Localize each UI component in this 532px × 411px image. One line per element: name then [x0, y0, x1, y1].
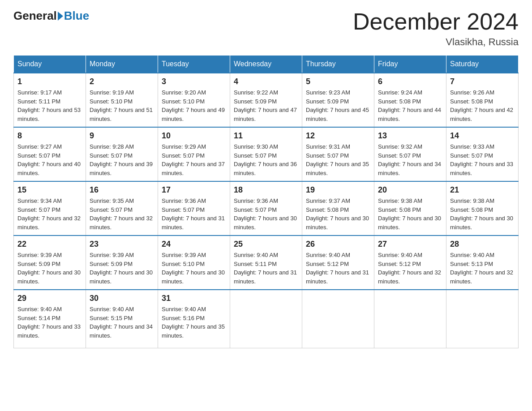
- day-number: 21: [450, 185, 515, 195]
- day-info: Sunrise: 9:40 AM Sunset: 5:14 PM Dayligh…: [17, 305, 82, 340]
- day-info: Sunrise: 9:20 AM Sunset: 5:10 PM Dayligh…: [162, 88, 226, 123]
- page-header: General Blue December 2024 Vlasikha, Rus…: [13, 9, 519, 48]
- day-info: Sunrise: 9:40 AM Sunset: 5:15 PM Dayligh…: [90, 305, 154, 340]
- calendar-cell: 11 Sunrise: 9:30 AM Sunset: 5:07 PM Dayl…: [230, 127, 302, 181]
- calendar-cell: 4 Sunrise: 9:22 AM Sunset: 5:09 PM Dayli…: [230, 73, 302, 127]
- day-number: 30: [90, 294, 154, 303]
- calendar-cell: 16 Sunrise: 9:35 AM Sunset: 5:07 PM Dayl…: [86, 181, 158, 235]
- calendar-cell: 19 Sunrise: 9:37 AM Sunset: 5:08 PM Dayl…: [302, 181, 374, 235]
- logo-text: General Blue: [13, 9, 89, 23]
- logo-arrow-icon: [58, 12, 63, 21]
- calendar-cell: 26 Sunrise: 9:40 AM Sunset: 5:12 PM Dayl…: [302, 235, 374, 290]
- calendar-cell: 6 Sunrise: 9:24 AM Sunset: 5:08 PM Dayli…: [374, 73, 446, 127]
- day-info: Sunrise: 9:28 AM Sunset: 5:07 PM Dayligh…: [90, 142, 154, 177]
- day-info: Sunrise: 9:40 AM Sunset: 5:12 PM Dayligh…: [378, 251, 442, 286]
- calendar-row-2: 8 Sunrise: 9:27 AM Sunset: 5:07 PM Dayli…: [14, 127, 519, 181]
- day-number: 1: [17, 77, 82, 86]
- calendar-cell: [446, 290, 519, 348]
- day-number: 28: [450, 240, 515, 249]
- location-label: Vlasikha, Russia: [353, 36, 519, 48]
- day-info: Sunrise: 9:38 AM Sunset: 5:08 PM Dayligh…: [450, 197, 515, 231]
- calendar-cell: 15 Sunrise: 9:34 AM Sunset: 5:07 PM Dayl…: [14, 181, 86, 235]
- day-info: Sunrise: 9:36 AM Sunset: 5:07 PM Dayligh…: [162, 197, 226, 231]
- calendar-body: 1 Sunrise: 9:17 AM Sunset: 5:11 PM Dayli…: [14, 73, 519, 348]
- day-number: 31: [162, 294, 226, 303]
- calendar-cell: [302, 290, 374, 348]
- day-info: Sunrise: 9:33 AM Sunset: 5:07 PM Dayligh…: [450, 142, 515, 177]
- col-tuesday: Tuesday: [158, 56, 230, 73]
- day-number: 3: [162, 77, 226, 86]
- day-info: Sunrise: 9:39 AM Sunset: 5:10 PM Dayligh…: [162, 251, 226, 286]
- calendar-cell: 8 Sunrise: 9:27 AM Sunset: 5:07 PM Dayli…: [14, 127, 86, 181]
- day-info: Sunrise: 9:40 AM Sunset: 5:13 PM Dayligh…: [450, 251, 515, 286]
- day-number: 2: [90, 77, 154, 86]
- day-info: Sunrise: 9:19 AM Sunset: 5:10 PM Dayligh…: [90, 88, 154, 123]
- day-info: Sunrise: 9:32 AM Sunset: 5:07 PM Dayligh…: [378, 142, 442, 177]
- day-info: Sunrise: 9:17 AM Sunset: 5:11 PM Dayligh…: [17, 88, 82, 123]
- day-number: 8: [17, 131, 82, 141]
- col-monday: Monday: [86, 56, 158, 73]
- day-info: Sunrise: 9:37 AM Sunset: 5:08 PM Dayligh…: [306, 197, 370, 231]
- day-number: 11: [234, 131, 298, 141]
- logo-blue-text: Blue: [64, 9, 89, 23]
- calendar-cell: 23 Sunrise: 9:39 AM Sunset: 5:09 PM Dayl…: [86, 235, 158, 290]
- day-number: 18: [234, 185, 298, 195]
- day-number: 13: [378, 131, 442, 141]
- calendar-cell: 22 Sunrise: 9:39 AM Sunset: 5:09 PM Dayl…: [14, 235, 86, 290]
- calendar-cell: 2 Sunrise: 9:19 AM Sunset: 5:10 PM Dayli…: [86, 73, 158, 127]
- day-number: 7: [450, 77, 515, 86]
- header-row: Sunday Monday Tuesday Wednesday Thursday…: [14, 56, 519, 73]
- col-wednesday: Wednesday: [230, 56, 302, 73]
- day-info: Sunrise: 9:40 AM Sunset: 5:11 PM Dayligh…: [234, 251, 298, 286]
- calendar-cell: 12 Sunrise: 9:31 AM Sunset: 5:07 PM Dayl…: [302, 127, 374, 181]
- day-info: Sunrise: 9:31 AM Sunset: 5:07 PM Dayligh…: [306, 142, 370, 177]
- calendar-row-4: 22 Sunrise: 9:39 AM Sunset: 5:09 PM Dayl…: [14, 235, 519, 290]
- logo: General Blue: [13, 9, 89, 23]
- day-info: Sunrise: 9:39 AM Sunset: 5:09 PM Dayligh…: [90, 251, 154, 286]
- calendar-cell: [374, 290, 446, 348]
- calendar-cell: 17 Sunrise: 9:36 AM Sunset: 5:07 PM Dayl…: [158, 181, 230, 235]
- calendar-row-3: 15 Sunrise: 9:34 AM Sunset: 5:07 PM Dayl…: [14, 181, 519, 235]
- day-number: 27: [378, 240, 442, 249]
- day-number: 4: [234, 77, 298, 86]
- calendar-cell: 24 Sunrise: 9:39 AM Sunset: 5:10 PM Dayl…: [158, 235, 230, 290]
- day-info: Sunrise: 9:40 AM Sunset: 5:16 PM Dayligh…: [162, 305, 226, 340]
- day-info: Sunrise: 9:35 AM Sunset: 5:07 PM Dayligh…: [90, 197, 154, 231]
- title-section: December 2024 Vlasikha, Russia: [353, 9, 519, 48]
- day-info: Sunrise: 9:38 AM Sunset: 5:08 PM Dayligh…: [378, 197, 442, 231]
- day-number: 16: [90, 185, 154, 195]
- col-thursday: Thursday: [302, 56, 374, 73]
- day-number: 10: [162, 131, 226, 141]
- day-number: 17: [162, 185, 226, 195]
- day-number: 12: [306, 131, 370, 141]
- calendar-cell: 25 Sunrise: 9:40 AM Sunset: 5:11 PM Dayl…: [230, 235, 302, 290]
- day-info: Sunrise: 9:26 AM Sunset: 5:08 PM Dayligh…: [450, 88, 515, 123]
- day-number: 14: [450, 131, 515, 141]
- calendar-row-5: 29 Sunrise: 9:40 AM Sunset: 5:14 PM Dayl…: [14, 290, 519, 348]
- calendar-cell: 9 Sunrise: 9:28 AM Sunset: 5:07 PM Dayli…: [86, 127, 158, 181]
- calendar-cell: 5 Sunrise: 9:23 AM Sunset: 5:09 PM Dayli…: [302, 73, 374, 127]
- calendar-cell: 18 Sunrise: 9:36 AM Sunset: 5:07 PM Dayl…: [230, 181, 302, 235]
- day-number: 29: [17, 294, 82, 303]
- col-friday: Friday: [374, 56, 446, 73]
- calendar-cell: 3 Sunrise: 9:20 AM Sunset: 5:10 PM Dayli…: [158, 73, 230, 127]
- calendar-cell: [230, 290, 302, 348]
- day-number: 22: [17, 240, 82, 249]
- calendar-cell: 13 Sunrise: 9:32 AM Sunset: 5:07 PM Dayl…: [374, 127, 446, 181]
- col-sunday: Sunday: [14, 56, 86, 73]
- logo-general-text: General: [13, 9, 57, 23]
- day-info: Sunrise: 9:36 AM Sunset: 5:07 PM Dayligh…: [234, 197, 298, 231]
- day-number: 24: [162, 240, 226, 249]
- day-number: 25: [234, 240, 298, 249]
- day-number: 20: [378, 185, 442, 195]
- calendar-cell: 1 Sunrise: 9:17 AM Sunset: 5:11 PM Dayli…: [14, 73, 86, 127]
- day-info: Sunrise: 9:30 AM Sunset: 5:07 PM Dayligh…: [234, 142, 298, 177]
- day-info: Sunrise: 9:23 AM Sunset: 5:09 PM Dayligh…: [306, 88, 370, 123]
- calendar-cell: 29 Sunrise: 9:40 AM Sunset: 5:14 PM Dayl…: [14, 290, 86, 348]
- calendar-cell: 30 Sunrise: 9:40 AM Sunset: 5:15 PM Dayl…: [86, 290, 158, 348]
- day-number: 23: [90, 240, 154, 249]
- logo-blue-part: Blue: [57, 9, 89, 23]
- calendar-cell: 27 Sunrise: 9:40 AM Sunset: 5:12 PM Dayl…: [374, 235, 446, 290]
- calendar-cell: 10 Sunrise: 9:29 AM Sunset: 5:07 PM Dayl…: [158, 127, 230, 181]
- calendar-header: Sunday Monday Tuesday Wednesday Thursday…: [14, 56, 519, 73]
